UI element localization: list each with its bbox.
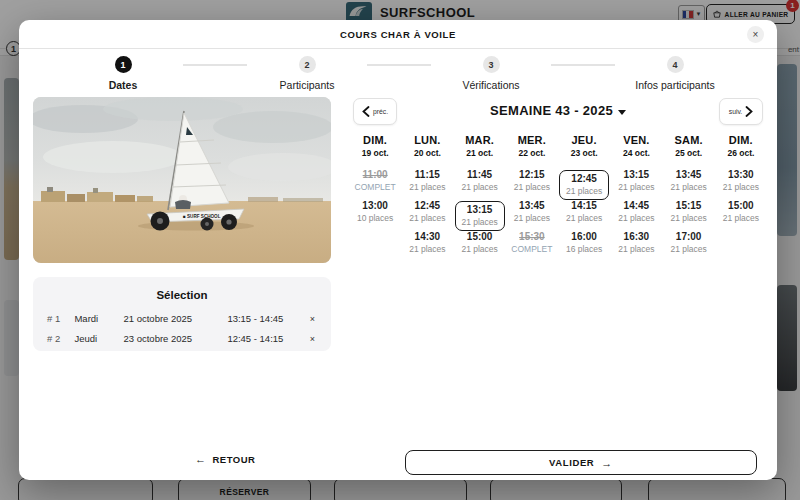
step-label: Vérifications (462, 79, 519, 91)
week-title-dropdown[interactable]: SEMAINE 43 - 2025 (349, 103, 767, 118)
step-participants: 2 Participants (247, 56, 367, 91)
selection-item: # 2 Jeudi 23 octobre 2025 12:45 - 14:15 … (47, 333, 317, 344)
remove-selection-button[interactable]: × (308, 314, 317, 324)
time-slot-full: 15:30 COMPLET (506, 231, 558, 262)
time-slot[interactable]: 13:15 21 places (610, 169, 662, 200)
next-label: suiv. (729, 108, 742, 115)
selection-title: Sélection (47, 289, 317, 301)
slot-info: 21 places (618, 244, 654, 254)
slot-time: 13:15 (456, 204, 504, 215)
step-number: 1 (115, 56, 132, 73)
modal-title: COURS CHAR À VOILE (340, 29, 456, 40)
slot-info: 21 places (514, 182, 550, 192)
day-name: DIM. (715, 134, 767, 146)
remove-selection-button[interactable]: × (308, 334, 317, 344)
slot-info: COMPLET (511, 244, 552, 254)
slot-time: 15:30 (519, 231, 545, 242)
slot-info: 21 places (618, 213, 654, 223)
slot-info: 21 places (723, 213, 759, 223)
day-header: VEN. 24 oct. (610, 134, 662, 158)
slot-info: 21 places (409, 182, 445, 192)
time-slot-empty (349, 231, 401, 262)
step-number: 3 (483, 56, 500, 73)
time-slot[interactable]: 15:15 21 places (663, 200, 715, 231)
stepper-connector (551, 64, 615, 66)
close-button[interactable]: × (747, 26, 764, 43)
time-slot-empty (715, 231, 767, 262)
time-slot[interactable]: 13:00 10 places (349, 200, 401, 231)
selection-time: 13:15 - 14:45 (227, 313, 307, 324)
slot-info: 21 places (670, 182, 706, 192)
day-column-ven-24: VEN. 24 oct. 13:15 21 places 14:45 21 pl… (610, 134, 662, 262)
slot-info: 21 places (409, 213, 445, 223)
back-label: RETOUR (213, 454, 256, 465)
step-infos-participants: 4 Infos participants (615, 56, 735, 91)
slot-time: 13:15 (624, 169, 650, 180)
day-name: LUN. (401, 134, 453, 146)
selection-day: Jeudi (74, 333, 123, 344)
back-button[interactable]: ← RETOUR (195, 453, 255, 465)
slot-time: 12:15 (519, 169, 545, 180)
step-label: Dates (109, 79, 138, 91)
day-column-mar-21: MAR. 21 oct. 11:45 21 places 13:15 21 pl… (454, 134, 506, 262)
slot-info: 21 places (461, 244, 497, 254)
day-name: JEU. (558, 134, 610, 146)
time-slot[interactable]: 13:30 21 places (715, 169, 767, 200)
slot-info: 21 places (670, 213, 706, 223)
step-label: Infos participants (635, 79, 714, 91)
time-slot[interactable]: 15:00 21 places (715, 200, 767, 231)
slot-time: 14:15 (571, 200, 597, 211)
slot-time: 15:15 (676, 200, 702, 211)
selection-panel: Sélection # 1 Mardi 21 octobre 2025 13:1… (33, 277, 331, 351)
validate-button[interactable]: VALIDER → (405, 450, 757, 475)
time-slot[interactable]: 12:15 21 places (506, 169, 558, 200)
slot-time: 13:45 (519, 200, 545, 211)
day-date: 24 oct. (610, 148, 662, 158)
selection-time: 12:45 - 14:15 (227, 333, 307, 344)
slot-time: 11:45 (467, 169, 492, 180)
day-name: DIM. (349, 134, 401, 146)
time-slot[interactable]: 13:45 21 places (663, 169, 715, 200)
day-date: 21 oct. (454, 148, 506, 158)
slot-time: 11:00 (363, 169, 388, 180)
slot-time: 16:00 (571, 231, 597, 242)
calendar-grid: DIM. 19 oct. 11:00 COMPLET 13:00 10 plac… (349, 134, 767, 262)
day-date: 22 oct. (506, 148, 558, 158)
week-navigation: préc. SEMAINE 43 - 2025 suiv. (349, 98, 767, 128)
time-slot-selected[interactable]: 12:45 21 places (558, 169, 610, 200)
day-column-dim-26: DIM. 26 oct. 13:30 21 places 15:00 21 pl… (715, 134, 767, 262)
day-column-sam-25: SAM. 25 oct. 13:45 21 places 15:15 21 pl… (663, 134, 715, 262)
next-week-button[interactable]: suiv. (719, 98, 763, 125)
day-date: 23 oct. (558, 148, 610, 158)
time-slot[interactable]: 14:30 21 places (401, 231, 453, 262)
time-slot[interactable]: 11:15 21 places (401, 169, 453, 200)
caret-down-icon (618, 110, 626, 115)
time-slot[interactable]: 14:45 21 places (610, 200, 662, 231)
step-verifications: 3 Vérifications (431, 56, 551, 91)
arrow-right-icon: → (601, 457, 613, 469)
slot-info: 21 places (618, 182, 654, 192)
chevron-right-icon (745, 106, 753, 117)
time-slot[interactable]: 12:45 21 places (401, 200, 453, 231)
slot-info: 21 places (566, 213, 602, 223)
time-slot[interactable]: 14:15 21 places (558, 200, 610, 231)
time-slot[interactable]: 15:00 21 places (454, 231, 506, 262)
time-slot-selected[interactable]: 13:15 21 places (454, 200, 506, 231)
day-date: 20 oct. (401, 148, 453, 158)
day-date: 26 oct. (715, 148, 767, 158)
slot-time: 13:00 (362, 200, 388, 211)
time-slot[interactable]: 16:30 21 places (610, 231, 662, 262)
step-number: 2 (299, 56, 316, 73)
slot-time: 17:00 (676, 231, 702, 242)
time-slot[interactable]: 17:00 21 places (663, 231, 715, 262)
slot-time: 11:15 (415, 169, 440, 180)
day-name: SAM. (663, 134, 715, 146)
selection-day: Mardi (74, 313, 123, 324)
slot-info: 21 places (514, 213, 550, 223)
day-date: 25 oct. (663, 148, 715, 158)
activity-photo: ■ SURF SCHOOL (33, 97, 331, 263)
day-header: MER. 22 oct. (506, 134, 558, 158)
time-slot[interactable]: 16:00 16 places (558, 231, 610, 262)
time-slot[interactable]: 13:45 21 places (506, 200, 558, 231)
time-slot[interactable]: 11:45 21 places (454, 169, 506, 200)
